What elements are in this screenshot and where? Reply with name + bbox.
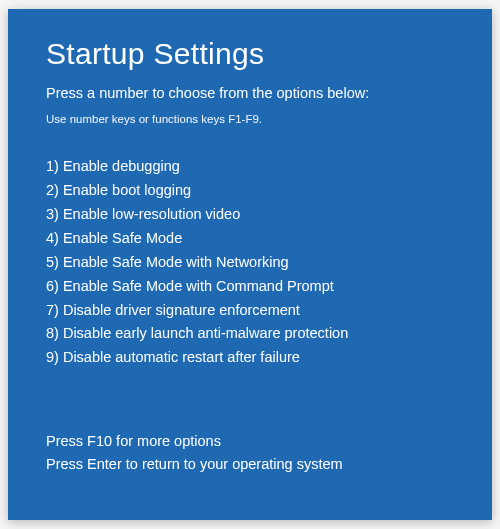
enter-return-to-os[interactable]: Press Enter to return to your operating … [46,453,454,475]
key-hint: Use number keys or functions keys F1-F9. [46,113,454,125]
option-8-disable-early-launch-anti-malware[interactable]: 8) Disable early launch anti-malware pro… [46,322,454,346]
option-5-enable-safe-mode-networking[interactable]: 5) Enable Safe Mode with Networking [46,251,454,275]
option-9-disable-automatic-restart[interactable]: 9) Disable automatic restart after failu… [46,346,454,370]
option-4-enable-safe-mode[interactable]: 4) Enable Safe Mode [46,227,454,251]
f10-more-options[interactable]: Press F10 for more options [46,430,454,452]
options-list: 1) Enable debugging 2) Enable boot loggi… [46,155,454,370]
option-1-enable-debugging[interactable]: 1) Enable debugging [46,155,454,179]
startup-settings-screen: Startup Settings Press a number to choos… [8,9,492,520]
option-3-enable-low-resolution-video[interactable]: 3) Enable low-resolution video [46,203,454,227]
option-7-disable-driver-signature-enforcement[interactable]: 7) Disable driver signature enforcement [46,299,454,323]
instruction-text: Press a number to choose from the option… [46,85,454,101]
option-6-enable-safe-mode-command-prompt[interactable]: 6) Enable Safe Mode with Command Prompt [46,275,454,299]
option-2-enable-boot-logging[interactable]: 2) Enable boot logging [46,179,454,203]
page-title: Startup Settings [46,37,454,71]
